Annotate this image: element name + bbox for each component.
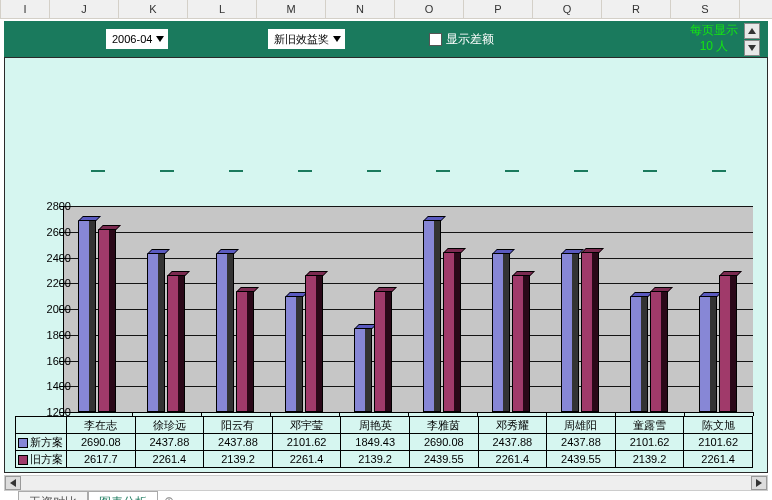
scroll-left-button[interactable] [5, 476, 21, 490]
category-header: 阳云有 [204, 417, 273, 434]
metric-dropdown[interactable]: 新旧效益奖 [268, 29, 345, 49]
value-old: 2261.4 [684, 451, 753, 468]
col-head[interactable]: M [257, 0, 326, 18]
spinner-down-button[interactable] [744, 40, 760, 56]
category-header: 徐珍远 [135, 417, 204, 434]
bar-old[interactable] [443, 252, 461, 412]
category-header: 李雅茵 [409, 417, 478, 434]
col-head[interactable]: J [50, 0, 119, 18]
date-dropdown[interactable]: 2006-04 [106, 29, 168, 49]
bar-old[interactable] [305, 275, 323, 412]
bar-new[interactable] [78, 220, 96, 412]
checkbox-icon [429, 33, 442, 46]
horizontal-scrollbar[interactable] [4, 475, 768, 491]
category-header: 陈文旭 [684, 417, 753, 434]
y-tick-label: 1400 [23, 380, 71, 392]
metric-dropdown-value: 新旧效益奖 [274, 32, 329, 47]
value-old: 2139.2 [341, 451, 410, 468]
value-old: 2439.55 [547, 451, 616, 468]
add-sheet-button[interactable]: ⊕ [158, 491, 180, 500]
table-corner [16, 417, 67, 434]
marker-dash [505, 170, 519, 172]
value-new: 2437.88 [135, 434, 204, 451]
per-page-label: 每页显示 10 人 [690, 23, 738, 54]
bar-old[interactable] [581, 252, 599, 412]
per-page-spinner[interactable] [744, 23, 760, 56]
marker-dash [436, 170, 450, 172]
marker-dash [574, 170, 588, 172]
col-head[interactable]: O [395, 0, 464, 18]
y-tick-label: 2000 [23, 303, 71, 315]
value-new: 2690.08 [409, 434, 478, 451]
bar-old[interactable] [719, 275, 737, 412]
legend-new[interactable]: 新方案 [16, 434, 67, 451]
value-new: 1849.43 [341, 434, 410, 451]
value-new: 2101.62 [272, 434, 341, 451]
col-head[interactable]: S [671, 0, 740, 18]
marker-dash [91, 170, 105, 172]
col-head[interactable]: L [188, 0, 257, 18]
tab-salary-compare[interactable]: 工资对比 [18, 491, 88, 500]
category-header: 邓宇莹 [272, 417, 341, 434]
value-old: 2139.2 [615, 451, 684, 468]
date-dropdown-value: 2006-04 [112, 33, 152, 45]
x-axis [63, 412, 753, 413]
bar-new[interactable] [561, 253, 579, 412]
y-tick-label: 2600 [23, 226, 71, 238]
spinner-up-button[interactable] [744, 23, 760, 39]
value-old: 2139.2 [204, 451, 273, 468]
tab-chart-analysis[interactable]: 图表分析 [88, 491, 158, 500]
legend-old[interactable]: 旧方案 [16, 451, 67, 468]
value-old: 2261.4 [135, 451, 204, 468]
category-header: 李在志 [67, 417, 136, 434]
bar-new[interactable] [630, 296, 648, 412]
col-head[interactable]: N [326, 0, 395, 18]
bar-new[interactable] [354, 328, 372, 412]
col-head[interactable]: I [0, 0, 50, 18]
marker-dash [367, 170, 381, 172]
value-old: 2261.4 [272, 451, 341, 468]
value-old: 2439.55 [409, 451, 478, 468]
show-diff-label: 显示差额 [446, 31, 494, 48]
y-tick-label: 1800 [23, 329, 71, 341]
chart-data-table: 李在志徐珍远阳云有邓宇莹周艳英李雅茵邓秀耀周雄阳童露雪陈文旭新方案2690.08… [15, 416, 753, 468]
value-new: 2437.88 [204, 434, 273, 451]
scroll-right-button[interactable] [751, 476, 767, 490]
category-header: 童露雪 [615, 417, 684, 434]
caret-down-icon [333, 36, 341, 42]
col-head[interactable]: P [464, 0, 533, 18]
bar-old[interactable] [374, 291, 392, 412]
bar-new[interactable] [216, 253, 234, 412]
value-old: 2261.4 [478, 451, 547, 468]
y-tick-label: 1600 [23, 355, 71, 367]
category-header: 邓秀耀 [478, 417, 547, 434]
bar-new[interactable] [147, 253, 165, 412]
bar-old[interactable] [98, 229, 116, 412]
bar-old[interactable] [650, 291, 668, 412]
y-tick-label: 2200 [23, 277, 71, 289]
bar-new[interactable] [699, 296, 717, 412]
column-header-row: I J K L M N O P Q R S [0, 0, 772, 19]
value-old: 2617.7 [67, 451, 136, 468]
y-tick-label: 2400 [23, 252, 71, 264]
bar-new[interactable] [285, 296, 303, 412]
col-head[interactable]: R [602, 0, 671, 18]
marker-dash [229, 170, 243, 172]
bar-new[interactable] [492, 253, 510, 412]
show-diff-checkbox[interactable]: 显示差额 [429, 31, 494, 48]
col-head[interactable]: Q [533, 0, 602, 18]
bar-new[interactable] [423, 220, 441, 412]
marker-dash [712, 170, 726, 172]
plot-area [63, 206, 753, 412]
bar-old[interactable] [512, 275, 530, 412]
caret-down-icon [156, 36, 164, 42]
category-header: 周雄阳 [547, 417, 616, 434]
marker-dash [298, 170, 312, 172]
col-head[interactable]: K [119, 0, 188, 18]
marker-dash [160, 170, 174, 172]
value-new: 2437.88 [547, 434, 616, 451]
bar-old[interactable] [236, 291, 254, 412]
value-new: 2690.08 [67, 434, 136, 451]
bar-old[interactable] [167, 275, 185, 412]
chart-area: 120014001600180020002200240026002800 李在志… [4, 57, 768, 473]
